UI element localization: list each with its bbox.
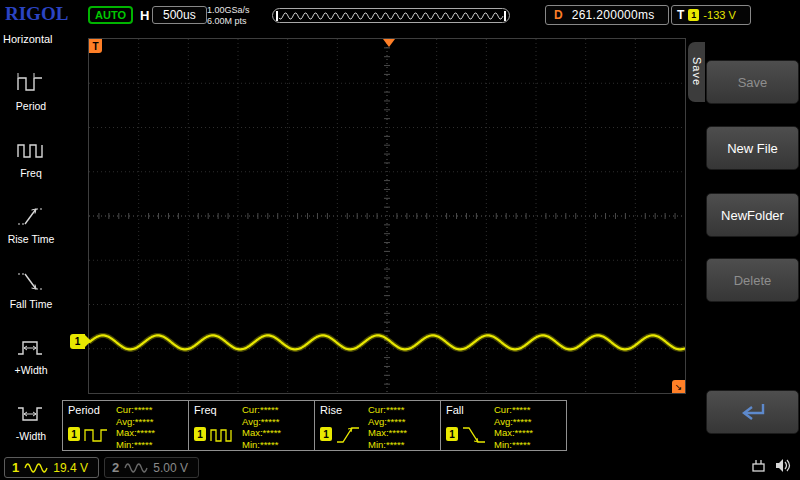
trigger-position-marker-icon[interactable] — [383, 39, 395, 47]
sample-rate: 1.00GSa/s — [207, 5, 250, 16]
stat-avg: Avg:***** — [116, 416, 155, 428]
channel-badge: 1 — [68, 427, 80, 441]
channel1-level-marker[interactable]: 1 — [70, 334, 85, 349]
back-button[interactable] — [706, 390, 799, 434]
sidebar-item-period[interactable]: Period — [0, 56, 62, 112]
plus-width-icon — [16, 334, 46, 362]
memory-wave-svg — [273, 9, 509, 23]
sidebar-item-label: Rise Time — [8, 233, 55, 245]
channel1-scale: 19.4 V — [53, 461, 88, 475]
sidebar-item-freq[interactable]: Freq — [0, 123, 62, 179]
measurement-name: Freq — [194, 404, 217, 416]
stat-max: Max:***** — [116, 427, 155, 439]
channel1-marker-label: 1 — [75, 336, 81, 347]
run-state-badge[interactable]: AUTO — [88, 6, 133, 24]
channel2-number: 2 — [112, 460, 119, 475]
sidebar-item-pwidth[interactable]: +Width — [0, 320, 62, 376]
period-measure-icon — [84, 425, 108, 445]
channel1-status[interactable]: 1 19.4 V — [4, 457, 99, 478]
delete-button[interactable]: Delete — [706, 258, 799, 302]
trigger-label: T — [677, 8, 684, 22]
channel1-coupling-icon — [24, 461, 48, 474]
channel2-coupling-icon — [124, 461, 148, 474]
sidebar-item-label: -Width — [16, 430, 46, 442]
trigger-source-badge: 1 — [688, 9, 699, 21]
channel1-number: 1 — [12, 460, 19, 475]
measurement-stats: Cur:***** Avg:***** Max:***** Min:***** — [116, 404, 155, 450]
sidebar-item-fall-time[interactable]: Fall Time — [0, 254, 62, 310]
top-status-bar: RIGOL AUTO H 500us 1.00GSa/s 6.00M pts D… — [0, 0, 800, 30]
stat-min: Min:***** — [242, 439, 281, 451]
freq-measure-icon — [210, 425, 234, 445]
graticule-svg — [89, 39, 685, 393]
measurement-stats: Cur:***** Avg:***** Max:***** Min:***** — [368, 404, 407, 450]
measurement-rise[interactable]: Rise 1 Cur:***** Avg:***** Max:***** Min… — [314, 400, 441, 451]
sidebar-title: Horizontal — [0, 30, 62, 48]
sidebar-item-rise-time[interactable]: Rise Time — [0, 189, 62, 245]
speaker-icon[interactable] — [775, 458, 792, 473]
minus-width-icon — [16, 400, 46, 428]
stat-max: Max:***** — [368, 427, 407, 439]
period-icon — [16, 70, 46, 98]
timebase-value[interactable]: 500us — [152, 6, 207, 24]
stat-cur: Cur:***** — [368, 404, 407, 416]
measurement-name: Rise — [320, 404, 342, 416]
horizontal-measure-sidebar: Horizontal Period Freq Rise Time Fall Ti… — [0, 30, 62, 455]
stat-max: Max:***** — [494, 427, 533, 439]
usb-icon — [750, 458, 767, 473]
measurement-name: Fall — [446, 404, 464, 416]
stat-cur: Cur:***** — [494, 404, 533, 416]
system-status-icons — [750, 458, 792, 473]
memory-depth: 6.00M pts — [207, 16, 250, 27]
trigger-readout[interactable]: T 1 -133 V — [671, 5, 751, 25]
trigger-level-value: -133 V — [703, 9, 735, 21]
sidebar-item-label: Freq — [20, 167, 42, 179]
stat-avg: Avg:***** — [368, 416, 407, 428]
measurement-stats: Cur:***** Avg:***** Max:***** Min:***** — [494, 404, 533, 450]
measurement-fall[interactable]: Fall 1 Cur:***** Avg:***** Max:***** Min… — [440, 400, 567, 451]
channel-status-bar: 1 19.4 V 2 5.00 V — [0, 454, 800, 480]
channel-badge: 1 — [194, 427, 206, 441]
delay-value: 261.200000ms — [572, 8, 655, 22]
channel-badge: 1 — [446, 427, 458, 441]
stat-cur: Cur:***** — [116, 404, 155, 416]
fall-time-icon — [16, 268, 46, 296]
trigger-position-flag[interactable]: T — [89, 39, 102, 53]
stat-avg: Avg:***** — [242, 416, 281, 428]
sidebar-item-nwidth[interactable]: -Width — [0, 386, 62, 442]
measurement-period[interactable]: Period 1 Cur:***** Avg:***** Max:***** M… — [62, 400, 189, 451]
softkey-menu: Save Save New File NewFolder Delete — [688, 30, 800, 455]
rise-time-icon — [16, 203, 46, 231]
delay-position-marker[interactable]: ↘ — [672, 380, 685, 393]
measurement-name: Period — [68, 404, 100, 416]
channel2-scale: 5.00 V — [153, 461, 188, 475]
display-area: T ↘ — [88, 38, 686, 394]
channel2-status[interactable]: 2 5.00 V — [104, 457, 199, 478]
horizontal-label: H — [140, 8, 149, 23]
new-folder-button[interactable]: NewFolder — [706, 193, 799, 237]
stat-min: Min:***** — [494, 439, 533, 451]
measurement-panel: Period 1 Cur:***** Avg:***** Max:***** M… — [62, 400, 567, 451]
delay-arrow-icon: ↘ — [675, 382, 683, 392]
new-file-button[interactable]: New File — [706, 126, 799, 170]
stat-max: Max:***** — [242, 427, 281, 439]
stat-cur: Cur:***** — [242, 404, 281, 416]
sidebar-item-label: Fall Time — [10, 298, 53, 310]
return-arrow-icon — [732, 400, 774, 424]
rise-measure-icon — [336, 425, 360, 445]
delay-label: D — [554, 8, 563, 22]
sidebar-item-label: Period — [16, 100, 46, 112]
memory-position-bar[interactable] — [272, 8, 510, 23]
menu-tab-save: Save — [688, 42, 705, 102]
freq-icon — [16, 137, 46, 165]
stat-min: Min:***** — [368, 439, 407, 451]
measurement-freq[interactable]: Freq 1 Cur:***** Avg:***** Max:***** Min… — [188, 400, 315, 451]
stat-avg: Avg:***** — [494, 416, 533, 428]
measurement-stats: Cur:***** Avg:***** Max:***** Min:***** — [242, 404, 281, 450]
sample-rate-block: 1.00GSa/s 6.00M pts — [207, 5, 250, 27]
rigol-logo: RIGOL — [5, 3, 68, 25]
stat-min: Min:***** — [116, 439, 155, 451]
save-button[interactable]: Save — [706, 60, 799, 104]
delay-readout[interactable]: D 261.200000ms — [545, 5, 669, 25]
sidebar-item-label: +Width — [15, 364, 48, 376]
